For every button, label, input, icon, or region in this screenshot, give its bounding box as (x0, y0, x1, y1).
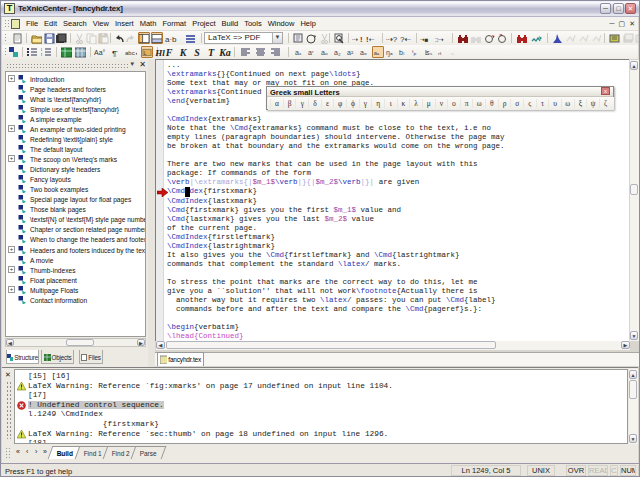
svg-text:a·b: a·b (165, 35, 177, 44)
svg-text:⇢: ⇢ (352, 35, 358, 42)
svg-text:ᵗₚ: ᵗₚ (412, 49, 417, 56)
svg-text:aₒ: aₒ (321, 49, 328, 56)
svg-text:b₍: b₍ (399, 49, 405, 56)
svg-text:ₐː: ₐː (451, 49, 456, 56)
svg-text:Aa°: Aa° (94, 49, 106, 56)
svg-text:?⇠: ?⇠ (400, 35, 411, 44)
svg-text:⇢■: ⇢■ (420, 35, 428, 42)
svg-text:aₐ: aₐ (374, 49, 380, 55)
svg-text:aₔ: aₔ (360, 49, 367, 56)
svg-text:!: ! (360, 35, 363, 44)
svg-text:ŋₐ: ŋₐ (386, 49, 393, 57)
svg-text:⇠: ⇠ (369, 35, 375, 42)
svg-text:2: 2 (41, 52, 43, 57)
svg-text:abc↲: abc↲ (125, 50, 137, 56)
svg-text:ʪₛ: ʪₛ (425, 49, 433, 56)
svg-text:a²: a² (347, 49, 354, 56)
svg-text:□⇢: □⇢ (435, 35, 444, 42)
svg-text:¶͂: ¶͂ (112, 49, 118, 58)
svg-text:ᵣₜ: ᵣₜ (438, 49, 442, 56)
svg-text:⇢?: ⇢? (386, 35, 398, 44)
svg-text:a₂: a₂ (334, 49, 341, 56)
svg-text:aₓ: aₓ (295, 49, 302, 56)
svg-text:aʳ: aʳ (308, 49, 314, 56)
